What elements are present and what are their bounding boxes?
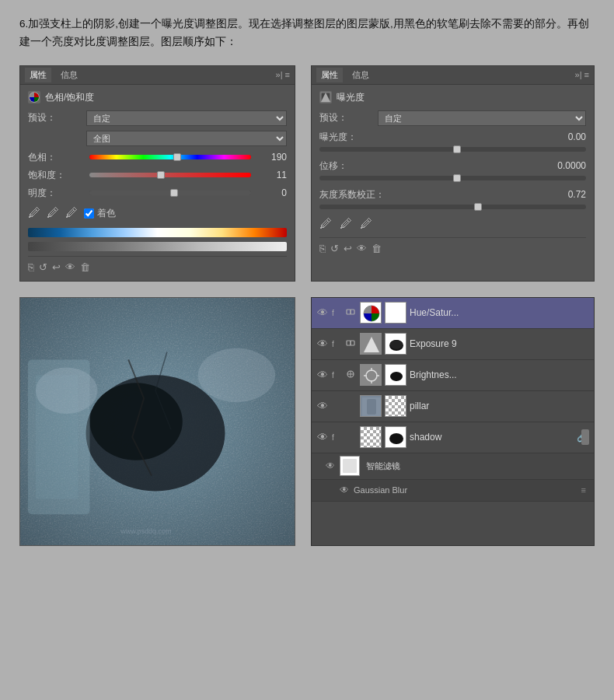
svg-point-21 xyxy=(389,340,403,351)
layer-chain-2 xyxy=(346,338,357,349)
footer-icon-delete[interactable]: 🗑 xyxy=(80,261,90,273)
layer-shadow[interactable]: 👁 f shadow 🔗 xyxy=(312,422,594,453)
gaussian-settings-icon[interactable]: ≡ xyxy=(581,485,586,495)
layer-smart-filter: 👁 智能滤镜 xyxy=(312,453,594,480)
exp-exposure-value: 0.00 xyxy=(543,131,586,142)
exposure-title: 曝光度 xyxy=(337,91,365,104)
exp-thumb-3[interactable] xyxy=(474,203,482,211)
layer-thumb-exp xyxy=(360,333,382,355)
hue-sat-body: 色相/饱和度 预设： 自定 全图 xyxy=(20,85,295,281)
exp-track-1[interactable] xyxy=(319,147,586,152)
layer-scroll[interactable] xyxy=(581,429,589,445)
bright-row: 明度： 0 xyxy=(28,187,287,200)
footer-r-eye[interactable]: 👁 xyxy=(357,243,367,254)
sat-slider-track[interactable] xyxy=(89,173,251,177)
layer-link-1: f xyxy=(332,309,343,317)
panels-row: 属性 信息 »| ≡ 色相/饱和度 xyxy=(19,65,595,282)
exp-offset-slider xyxy=(319,176,586,180)
layer-exposure[interactable]: 👁 f Exposure 9 xyxy=(312,329,594,360)
exp-track-2[interactable] xyxy=(319,176,586,180)
layer-smart-filter-label: 智能滤镜 xyxy=(366,460,589,472)
preset-label: 预设： xyxy=(28,111,86,124)
layer-thumb-shadow xyxy=(360,426,382,448)
layer-thumb-exp-mask xyxy=(385,333,406,355)
panel-tab-icons-left: »| ≡ xyxy=(276,70,290,79)
preset-select[interactable]: 自定 xyxy=(86,110,287,126)
layer-hue-sat[interactable]: 👁 f Hue/Satur... xyxy=(312,298,594,329)
eyedropper-2[interactable]: 🖉 xyxy=(47,206,59,222)
layer-eye-smart[interactable]: 👁 xyxy=(324,460,337,472)
color-checkbox[interactable] xyxy=(84,208,94,219)
footer-r-delete[interactable]: 🗑 xyxy=(372,243,382,254)
layer-brightness[interactable]: 👁 f xyxy=(312,360,594,391)
footer-icon-clip[interactable]: ⎘ xyxy=(28,261,34,273)
channel-select[interactable]: 全图 xyxy=(86,131,287,146)
exposure-body: 曝光度 预设： 自定 曝光度： 0.00 xyxy=(312,85,594,262)
layer-eye-3[interactable]: 👁 xyxy=(316,369,329,381)
page-content: 6.加强支柱上的阴影,创建一个曝光度调整图层。现在选择调整图层的图层蒙版,用黑色… xyxy=(0,0,614,562)
hue-value: 190 xyxy=(257,152,287,163)
layer-gaussian[interactable]: 👁 Gaussian Blur ≡ xyxy=(312,480,594,502)
svg-rect-12 xyxy=(347,310,351,314)
layer-name-hue: Hue/Satur... xyxy=(410,307,589,318)
exp-eyedrop-3[interactable]: 🖉 xyxy=(360,217,372,231)
exp-gamma-row: 灰度系数校正： 0.72 xyxy=(319,188,586,201)
layer-thumb-bright-mask xyxy=(385,364,406,386)
layer-link-2: f xyxy=(332,340,343,348)
tab-properties-left[interactable]: 属性 xyxy=(25,68,51,82)
panel-title-row: 色相/饱和度 xyxy=(28,91,287,104)
hue-label: 色相： xyxy=(28,151,86,164)
exp-preset-select[interactable]: 自定 xyxy=(378,110,586,126)
layer-thumb-smart xyxy=(340,456,360,476)
color-checkbox-label[interactable]: 着色 xyxy=(84,207,116,220)
exp-eyedrop-2[interactable]: 🖉 xyxy=(340,217,352,231)
svg-rect-17 xyxy=(351,341,354,345)
layer-eye-1[interactable]: 👁 xyxy=(316,306,329,319)
tab-info-left[interactable]: 信息 xyxy=(56,68,82,82)
hue-sat-title: 色相/饱和度 xyxy=(45,91,94,104)
footer-icon-eye[interactable]: 👁 xyxy=(65,261,75,273)
layer-eye-5[interactable]: 👁 xyxy=(316,431,329,443)
panel-tab-icons-right: »| ≡ xyxy=(575,70,589,79)
hue-thumb[interactable] xyxy=(173,153,181,161)
svg-rect-35 xyxy=(367,399,376,415)
panel-tab-bar-left: 属性 信息 »| ≡ xyxy=(20,66,295,85)
footer-r-clip[interactable]: ⎘ xyxy=(319,243,326,254)
exp-gamma-slider xyxy=(319,205,586,209)
exp-track-3[interactable] xyxy=(319,205,586,209)
exp-exposure-slider xyxy=(319,147,586,152)
svg-rect-39 xyxy=(343,459,357,473)
layer-eye-2[interactable]: 👁 xyxy=(316,338,329,350)
bright-value: 0 xyxy=(257,187,287,198)
gaussian-eye[interactable]: 👁 xyxy=(340,485,351,495)
sat-thumb[interactable] xyxy=(157,171,165,179)
footer-r-reset[interactable]: ↺ xyxy=(330,243,339,254)
bright-slider-track[interactable] xyxy=(89,191,251,195)
layer-name-pillar: pillar xyxy=(410,401,589,411)
exp-offset-label: 位移： xyxy=(319,159,382,173)
eyedropper-1[interactable]: 🖉 xyxy=(28,206,40,222)
photo-svg: www.psddq.com xyxy=(20,298,295,545)
svg-point-37 xyxy=(389,433,403,444)
exp-eyedrop-1[interactable]: 🖉 xyxy=(319,217,332,231)
bright-label: 明度： xyxy=(28,187,86,200)
layer-link-3: f xyxy=(332,371,343,380)
layer-thumb-pillar-mask xyxy=(385,395,406,417)
footer-icon-undo[interactable]: ↩ xyxy=(52,261,61,273)
eyedropper-row: 🖉 🖉 🖉 着色 xyxy=(28,206,287,222)
layer-eye-4[interactable]: 👁 xyxy=(316,400,329,412)
color-bar-1 xyxy=(28,228,287,237)
footer-icon-reset[interactable]: ↺ xyxy=(39,261,47,273)
layer-name-shadow: shadow xyxy=(410,432,574,443)
footer-r-undo[interactable]: ↩ xyxy=(344,243,352,254)
hue-gradient xyxy=(89,155,251,159)
tab-properties-right[interactable]: 属性 xyxy=(316,68,343,82)
eyedropper-3[interactable]: 🖉 xyxy=(65,206,78,222)
bright-thumb[interactable] xyxy=(170,189,178,197)
tab-info-right[interactable]: 信息 xyxy=(347,68,374,82)
exp-thumb-1[interactable] xyxy=(453,145,461,153)
layer-pillar[interactable]: 👁 pillar xyxy=(312,391,594,422)
hue-slider-track[interactable] xyxy=(89,155,251,159)
exp-thumb-2[interactable] xyxy=(453,174,461,182)
exp-preset-label: 预设： xyxy=(319,111,378,124)
